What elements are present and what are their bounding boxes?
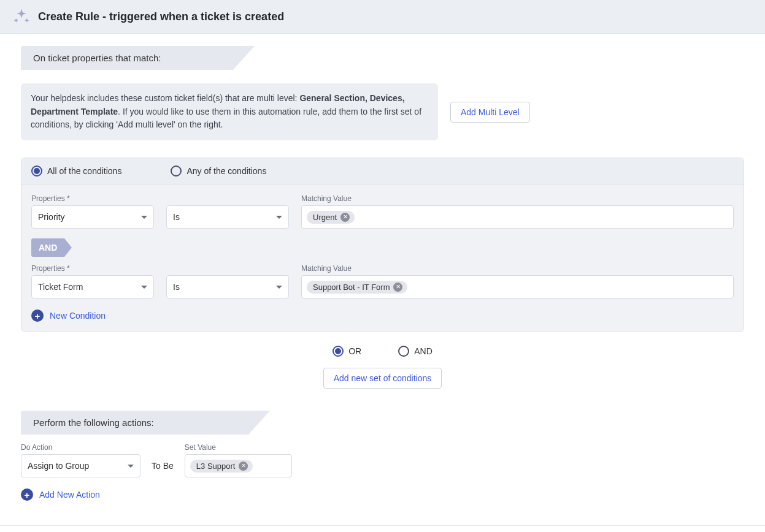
multi-level-info: Your helpdesk includes these custom tick… (21, 83, 438, 140)
between-or-radio[interactable]: OR (333, 346, 361, 357)
chip-text: L3 Support (196, 462, 236, 471)
remove-chip-icon[interactable]: ✕ (239, 462, 248, 471)
value-chip: Urgent ✕ (307, 211, 355, 224)
do-action-select[interactable]: Assign to Group (21, 454, 140, 477)
value-chip: Support Bot - IT Form ✕ (307, 281, 407, 294)
chevron-down-icon (141, 286, 147, 289)
condition-row: Properties * Priority Is Matching Value (31, 194, 734, 229)
radio-icon (171, 165, 182, 177)
add-new-set-button[interactable]: Add new set of conditions (323, 368, 442, 389)
and-label: AND (414, 346, 432, 356)
chip-text: Support Bot - IT Form (313, 283, 390, 292)
operator-select[interactable]: Is (166, 205, 289, 229)
chevron-down-icon (141, 216, 147, 219)
plus-icon: + (21, 488, 33, 501)
or-label: OR (348, 346, 361, 356)
property-select[interactable]: Ticket Form (31, 275, 154, 298)
operator-value: Is (173, 212, 180, 222)
sparkle-icon (12, 7, 31, 26)
chip-text: Urgent (313, 213, 337, 222)
operator-value: Is (173, 282, 180, 292)
page-title: Create Rule - triggered when a ticket is… (38, 10, 284, 23)
matching-value-label: Matching Value (301, 194, 734, 203)
radio-icon (31, 165, 42, 177)
add-new-action-button[interactable]: + Add New Action (21, 488, 744, 501)
header-bar: Create Rule - triggered when a ticket is… (0, 0, 765, 34)
do-action-label: Do Action (21, 443, 140, 452)
properties-label: Properties * (31, 264, 154, 273)
action-row: Do Action Assign to Group To Be Set Valu… (21, 443, 744, 477)
match-banner: On ticket properties that match: (21, 46, 233, 70)
radio-any-label: Any of the conditions (186, 166, 266, 176)
chevron-down-icon (276, 216, 282, 219)
plus-icon: + (31, 310, 44, 322)
do-action-value: Assign to Group (28, 461, 89, 471)
conditions-group: All of the conditions Any of the conditi… (21, 158, 744, 332)
spacer (166, 264, 289, 273)
new-condition-button[interactable]: + New Condition (31, 310, 734, 322)
value-chip: L3 Support ✕ (190, 460, 253, 473)
condition-row: Properties * Ticket Form Is Matching Val… (31, 264, 734, 298)
and-text: AND (39, 243, 57, 253)
operator-select[interactable]: Is (166, 275, 289, 298)
remove-chip-icon[interactable]: ✕ (340, 213, 350, 222)
property-value: Ticket Form (38, 282, 83, 292)
radio-icon (333, 346, 344, 357)
and-connector: AND (31, 238, 64, 257)
set-value-input[interactable]: L3 Support ✕ (185, 454, 292, 477)
add-action-label: Add New Action (39, 490, 100, 500)
actions-banner: Perform the following actions: (21, 411, 248, 435)
new-condition-label: New Condition (50, 311, 106, 321)
property-select[interactable]: Priority (31, 205, 154, 229)
radio-all-conditions[interactable]: All of the conditions (31, 165, 121, 177)
matching-value-label: Matching Value (301, 264, 734, 273)
property-value: Priority (38, 212, 65, 222)
remove-chip-icon[interactable]: ✕ (393, 283, 402, 292)
chevron-down-icon (128, 465, 134, 468)
match-banner-text: On ticket properties that match: (33, 53, 161, 63)
radio-any-conditions[interactable]: Any of the conditions (171, 165, 266, 177)
between-and-radio[interactable]: AND (398, 346, 432, 357)
matching-value-input[interactable]: Urgent ✕ (301, 205, 734, 229)
spacer (166, 194, 289, 203)
radio-all-label: All of the conditions (47, 166, 121, 176)
properties-label: Properties * (31, 194, 154, 203)
radio-icon (398, 346, 409, 357)
footer-bar: Save Automation Cancel (0, 525, 765, 532)
info-prefix: Your helpdesk includes these custom tick… (31, 93, 299, 103)
add-multi-level-button[interactable]: Add Multi Level (450, 102, 530, 123)
to-be-label: To Be (152, 454, 174, 477)
matching-value-input[interactable]: Support Bot - IT Form ✕ (301, 275, 734, 298)
chevron-down-icon (276, 286, 282, 289)
set-value-label: Set Value (185, 443, 292, 452)
actions-banner-text: Perform the following actions: (33, 417, 154, 428)
